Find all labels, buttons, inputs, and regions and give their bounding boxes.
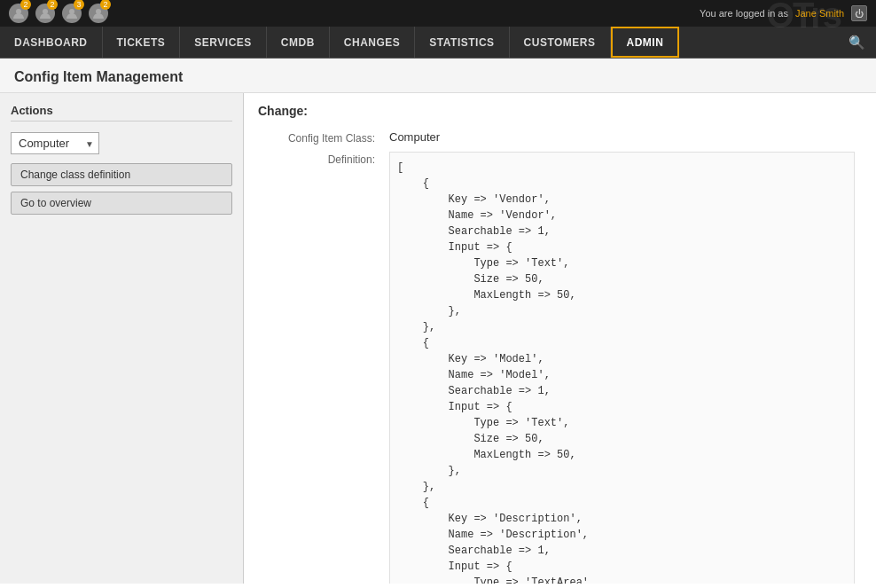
power-button[interactable]: ⏻ <box>851 5 867 21</box>
nav-bar: DASHBOARD TICKETS SERVICES CMDB CHANGES … <box>0 27 876 59</box>
nav-dashboard[interactable]: DASHBOARD <box>0 27 103 58</box>
nav-statistics[interactable]: STATISTICS <box>415 27 509 58</box>
config-item-class-text: Computer <box>389 130 440 144</box>
nav-admin[interactable]: ADMIN <box>611 27 680 58</box>
class-dropdown-wrapper[interactable]: Computer Hardware Software Network ▼ <box>11 132 99 154</box>
go-to-overview-button[interactable]: Go to overview <box>11 192 232 215</box>
config-item-class-label: Config Item Class: <box>258 127 382 148</box>
avatar-group-4: 2 <box>89 4 108 23</box>
avatar-area: 2 2 3 2 <box>9 4 108 23</box>
nav-services[interactable]: SERVICES <box>180 27 266 58</box>
definition-value-cell: [ { Key => 'Vendor', Name => 'Vendor', S… <box>382 148 862 584</box>
avatar-3: 3 <box>62 4 82 23</box>
main-section-title: Change: <box>258 104 862 118</box>
avatar-2: 2 <box>35 4 55 23</box>
avatar-badge-4: 2 <box>100 0 111 10</box>
top-bar: 2 2 3 2 OTrs You are logged in as Jane S <box>0 0 876 27</box>
avatar-group-2: 2 <box>35 4 55 23</box>
avatar-badge-2: 2 <box>47 0 58 10</box>
class-dropdown[interactable]: Computer Hardware Software Network <box>11 132 99 154</box>
page-header: Config Item Management <box>0 59 876 93</box>
definition-row: Definition: [ { Key => 'Vendor', Name =>… <box>258 148 862 584</box>
avatar-badge-1: 2 <box>20 0 31 10</box>
nav-cmdb[interactable]: CMDB <box>267 27 330 58</box>
search-icon[interactable]: 🔍 <box>838 35 876 51</box>
avatar-group-3: 3 <box>62 4 82 23</box>
user-info: You are logged in as Jane Smith ⏻ <box>700 5 867 21</box>
sidebar: Actions Computer Hardware Software Netwo… <box>0 93 244 584</box>
config-item-class-value: Computer <box>382 127 862 148</box>
avatar-badge-3: 3 <box>74 0 84 10</box>
definition-code[interactable]: [ { Key => 'Vendor', Name => 'Vendor', S… <box>389 152 855 584</box>
avatar-4: 2 <box>89 4 108 23</box>
nav-changes[interactable]: CHANGES <box>330 27 416 58</box>
avatar-group-1: 2 <box>9 4 28 23</box>
nav-tickets[interactable]: TICKETS <box>103 27 181 58</box>
login-text: You are logged in as <box>700 8 788 19</box>
username-link[interactable]: Jane Smith <box>795 8 844 19</box>
config-form-table: Config Item Class: Computer Definition: … <box>258 127 862 584</box>
change-class-definition-button[interactable]: Change class definition <box>11 163 232 186</box>
page-body: Actions Computer Hardware Software Netwo… <box>0 93 876 584</box>
main-content: Change: Config Item Class: Computer Defi… <box>244 93 876 584</box>
avatar-1: 2 <box>9 4 28 23</box>
definition-label: Definition: <box>258 148 382 584</box>
config-item-class-row: Config Item Class: Computer <box>258 127 862 148</box>
sidebar-section-title: Actions <box>11 104 232 122</box>
page-title: Config Item Management <box>14 69 862 85</box>
nav-customers[interactable]: CUSTOMERS <box>510 27 611 58</box>
